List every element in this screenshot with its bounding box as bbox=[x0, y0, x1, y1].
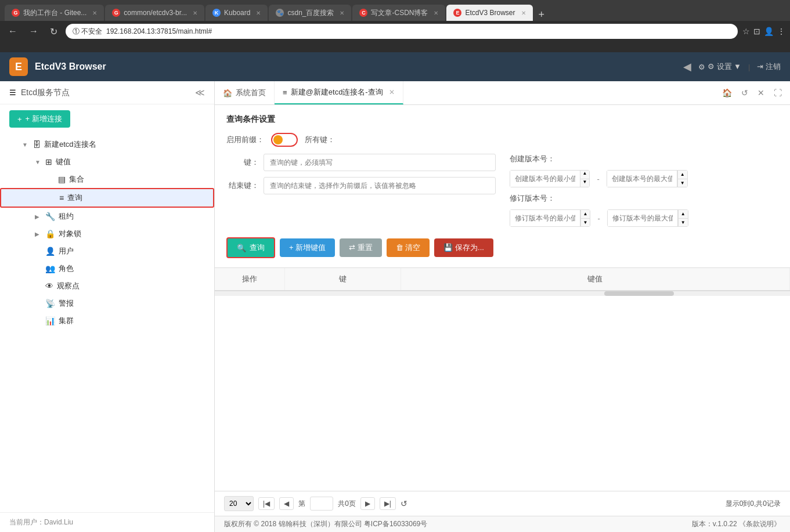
query-button[interactable]: 🔍 查询 bbox=[226, 237, 275, 258]
browser-tab-5[interactable]: C 写文章-CSDN博客 ✕ bbox=[352, 5, 445, 21]
bookmark-button[interactable]: ☆ bbox=[742, 27, 750, 36]
profile-button[interactable]: 👤 bbox=[764, 27, 774, 36]
browser-tab-4[interactable]: 🐾 csdn_百度搜索 ✕ bbox=[269, 5, 351, 21]
tab-query[interactable]: ≡ 新建@新建etcd连接名-查询 ✕ bbox=[275, 81, 403, 104]
modify-version-min-spin: ▲ ▼ bbox=[580, 210, 590, 226]
modify-version-max-down[interactable]: ▼ bbox=[678, 219, 688, 227]
modify-version-max-input[interactable] bbox=[608, 210, 677, 226]
modify-version-max-up[interactable]: ▲ bbox=[678, 210, 688, 219]
tree-arrow-lock[interactable]: ▶ bbox=[35, 231, 42, 237]
close-action-button[interactable]: ✕ bbox=[754, 86, 768, 100]
create-version-min-input[interactable] bbox=[510, 171, 580, 187]
tree-arrow-connection[interactable]: ▼ bbox=[22, 142, 29, 148]
close-tab-5[interactable]: ✕ bbox=[434, 10, 438, 16]
close-tab-6[interactable]: ✕ bbox=[521, 10, 526, 16]
query-panel: 查询条件设置 启用前缀： 所有键： 键： bbox=[215, 105, 790, 268]
end-key-label: 结束键： bbox=[226, 180, 259, 191]
add-connection-button[interactable]: + + 新增连接 bbox=[9, 110, 70, 128]
browser-tab-bar: G 我的工作台 - Gitee... ✕ G common/etcdv3-br.… bbox=[0, 0, 790, 21]
cast-button[interactable]: ⊡ bbox=[753, 27, 760, 36]
data-table-container: 操作 键 键值 bbox=[215, 268, 790, 491]
right-column: 创建版本号： ▲ ▼ - bbox=[510, 154, 779, 233]
lock-icon: 🔒 bbox=[45, 229, 55, 238]
next-page-button[interactable]: ▶ bbox=[360, 497, 375, 510]
save-as-button[interactable]: 💾 保存为... bbox=[434, 238, 493, 257]
first-page-button[interactable]: |◀ bbox=[258, 497, 275, 510]
close-tab-4[interactable]: ✕ bbox=[340, 10, 344, 16]
toggle-knob bbox=[273, 135, 283, 144]
modify-version-min-input[interactable] bbox=[510, 210, 580, 226]
refresh-action-button[interactable]: ↺ bbox=[738, 86, 752, 100]
menu-button[interactable]: ⋮ bbox=[777, 27, 785, 36]
create-version-min-box: ▲ ▼ bbox=[510, 170, 590, 187]
sidebar-item-collection[interactable]: ▤ 集合 bbox=[0, 171, 214, 188]
create-version-max-down[interactable]: ▼ bbox=[677, 179, 687, 187]
forward-button[interactable]: → bbox=[26, 25, 42, 38]
status-bar: 版权所有 © 2018 锦翰科技（深圳）有限公司 粤ICP备16033069号 … bbox=[215, 516, 790, 532]
page-input[interactable]: 0 bbox=[310, 497, 333, 511]
page-display: 显示0到0,共0记录 bbox=[726, 499, 781, 509]
sidebar-collapse-button[interactable]: ≪ bbox=[195, 87, 205, 98]
tree-arrow-lease[interactable]: ▶ bbox=[35, 213, 42, 220]
sidebar-item-kv[interactable]: ▼ ⊞ 键值 bbox=[0, 153, 214, 171]
add-kv-button[interactable]: + 新增键值 bbox=[280, 238, 335, 257]
last-page-button[interactable]: ▶| bbox=[380, 497, 396, 510]
sidebar-footer: 当前用户：David.Liu bbox=[0, 512, 214, 532]
sidebar-item-role[interactable]: 👥 角色 bbox=[0, 260, 214, 277]
close-tab-2[interactable]: ✕ bbox=[193, 10, 197, 16]
left-column: 键： 结束键： bbox=[226, 154, 496, 200]
logout-button[interactable]: ⇥ 注销 bbox=[757, 61, 781, 72]
tab-home[interactable]: 🏠 系统首页 bbox=[215, 81, 275, 104]
prefix-toggle[interactable] bbox=[271, 133, 298, 147]
gear-icon: ⚙ bbox=[698, 63, 705, 71]
query-toolbar: 🔍 查询 + 新增键值 ⇄ 重置 🗑 清空 💾 保存为... bbox=[226, 237, 778, 258]
page-size-select[interactable]: 20 10 50 100 bbox=[224, 496, 254, 511]
sidebar-item-query[interactable]: ≡ 查询 bbox=[0, 188, 214, 208]
sidebar-item-user[interactable]: 👤 用户 bbox=[0, 243, 214, 260]
tree-arrow-kv[interactable]: ▼ bbox=[35, 159, 42, 165]
plus-icon: + bbox=[17, 115, 22, 124]
browser-tab-3[interactable]: K Kuboard ✕ bbox=[205, 5, 268, 21]
horizontal-scrollbar-thumb[interactable] bbox=[604, 291, 674, 296]
watch-icon: 👁 bbox=[45, 281, 53, 291]
create-version-max-up[interactable]: ▲ bbox=[677, 171, 687, 179]
create-version-max-input[interactable] bbox=[607, 171, 677, 187]
grid-icon: ⊞ bbox=[45, 157, 52, 167]
back-button[interactable]: ← bbox=[5, 25, 21, 38]
browser-tab-6[interactable]: E EtcdV3 Browser ✕ bbox=[446, 5, 532, 21]
modify-version-min-up[interactable]: ▲ bbox=[580, 210, 590, 219]
fullscreen-action-button[interactable]: ⛶ bbox=[770, 86, 785, 100]
end-key-input[interactable] bbox=[264, 177, 496, 194]
prev-page-button[interactable]: ◀ bbox=[279, 497, 294, 510]
close-tab-3[interactable]: ✕ bbox=[256, 10, 261, 16]
sidebar-item-cluster[interactable]: 📊 集群 bbox=[0, 312, 214, 330]
key-input[interactable] bbox=[264, 154, 496, 171]
content-area: 🏠 系统首页 ≡ 新建@新建etcd连接名-查询 ✕ 🏠 ↺ ✕ ⛶ 查询条件设… bbox=[215, 81, 790, 532]
modify-version-min-down[interactable]: ▼ bbox=[580, 219, 590, 227]
header-back-button[interactable]: ◀ bbox=[683, 60, 691, 73]
reset-button[interactable]: ⇄ 重置 bbox=[340, 238, 382, 257]
reload-button[interactable]: ↻ bbox=[46, 25, 61, 38]
home-action-button[interactable]: 🏠 bbox=[719, 86, 735, 100]
sidebar-item-alarm[interactable]: 📡 警报 bbox=[0, 295, 214, 312]
sidebar: ☰ Etcd服务节点 ≪ + + 新增连接 ▼ 🗄 新建etcd连接名 bbox=[0, 81, 215, 532]
modify-version-max-spin: ▲ ▼ bbox=[677, 210, 688, 226]
create-version-min-up[interactable]: ▲ bbox=[580, 171, 590, 179]
clear-button[interactable]: 🗑 清空 bbox=[387, 238, 430, 257]
sidebar-item-lock[interactable]: ▶ 🔒 对象锁 bbox=[0, 225, 214, 243]
refresh-button[interactable]: ↺ bbox=[401, 499, 407, 508]
settings-button[interactable]: ⚙ ⚙ 设置 ▼ bbox=[698, 61, 741, 72]
sidebar-title: Etcd服务节点 bbox=[21, 88, 190, 98]
create-version-min-down[interactable]: ▼ bbox=[580, 179, 590, 187]
close-tab-1[interactable]: ✕ bbox=[92, 10, 97, 16]
address-input[interactable] bbox=[66, 24, 738, 39]
sidebar-item-connection[interactable]: ▼ 🗄 新建etcd连接名 bbox=[0, 136, 214, 153]
sidebar-item-watch[interactable]: 👁 观察点 bbox=[0, 277, 214, 295]
content-tab-bar: 🏠 系统首页 ≡ 新建@新建etcd连接名-查询 ✕ 🏠 ↺ ✕ ⛶ bbox=[215, 81, 790, 105]
sidebar-item-lease[interactable]: ▶ 🔧 租约 bbox=[0, 208, 214, 225]
close-query-tab[interactable]: ✕ bbox=[389, 88, 395, 96]
create-version-row: 创建版本号： bbox=[510, 154, 779, 164]
browser-tab-2[interactable]: G common/etcdv3-br... ✕ bbox=[105, 5, 204, 21]
new-tab-button[interactable]: + bbox=[534, 9, 550, 21]
browser-tab-1[interactable]: G 我的工作台 - Gitee... ✕ bbox=[5, 5, 104, 21]
